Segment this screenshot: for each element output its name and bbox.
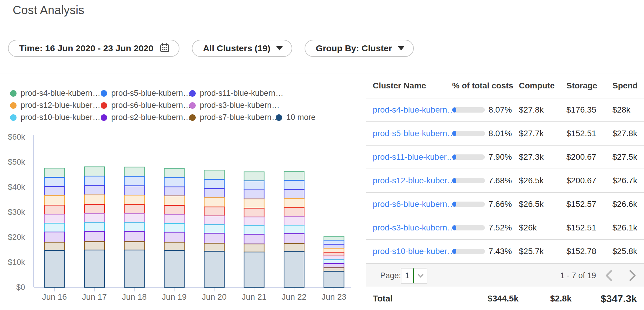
bar-segment[interactable] (284, 234, 304, 243)
bar-segment[interactable] (324, 252, 344, 256)
cluster-name-link[interactable]: prod-s6-blue-kubern… (373, 199, 455, 209)
bar-segment[interactable] (124, 195, 144, 205)
cluster-name-link[interactable]: prod-s10-blue-kuber… (373, 247, 455, 256)
bar-segment[interactable] (164, 205, 184, 215)
bar-segment[interactable] (284, 171, 304, 180)
bar-segment[interactable] (244, 181, 264, 190)
bar-segment[interactable] (45, 214, 65, 223)
bar-segment[interactable] (244, 172, 264, 181)
bar-segment[interactable] (84, 214, 104, 223)
cluster-name-link[interactable]: prod-s5-blue-kubern… (373, 129, 455, 138)
bar-segment[interactable] (244, 199, 264, 208)
bar-segment[interactable] (124, 186, 144, 195)
legend-item[interactable]: prod-s10-blue-kuber… (10, 111, 100, 123)
bar-segment[interactable] (324, 256, 344, 260)
bar-segment[interactable] (244, 252, 264, 287)
cluster-name-link[interactable]: prod-s12-blue-kuber… (373, 176, 455, 185)
bar-segment[interactable] (124, 250, 144, 287)
bar-segment[interactable] (124, 223, 144, 232)
bar-segment[interactable] (84, 176, 104, 186)
bar-segment[interactable] (164, 215, 184, 224)
bar-segment[interactable] (284, 198, 304, 207)
bar-segment[interactable] (84, 242, 104, 250)
bar-segment[interactable] (244, 190, 264, 199)
bar-segment[interactable] (45, 232, 65, 242)
legend-item[interactable]: prod-s5-blue-kubern… (101, 87, 191, 99)
bar-segment[interactable] (284, 251, 304, 287)
bar-segment[interactable] (45, 250, 65, 287)
bar-segment[interactable] (45, 205, 65, 214)
bar-segment[interactable] (284, 216, 304, 225)
bar-segment[interactable] (204, 216, 224, 225)
bar-segment[interactable] (244, 208, 264, 217)
bar-segment[interactable] (204, 251, 224, 287)
bar-segment[interactable] (45, 196, 65, 205)
bar-segment[interactable] (124, 176, 144, 186)
legend-item[interactable]: prod-s7-blue-kubern… (189, 111, 279, 123)
cluster-name-link[interactable]: prod-s11-blue-kuber… (373, 152, 455, 162)
bar-segment[interactable] (84, 186, 104, 195)
bar-segment[interactable] (284, 208, 304, 217)
bar-segment[interactable] (324, 236, 344, 240)
bar-segment[interactable] (324, 248, 344, 252)
bar-segment[interactable] (164, 196, 184, 205)
bar-segment[interactable] (164, 187, 184, 196)
bar-segment[interactable] (244, 226, 264, 234)
bar-segment[interactable] (124, 214, 144, 223)
bar-segment[interactable] (204, 233, 224, 243)
bar-segment[interactable] (204, 189, 224, 198)
bar-segment[interactable] (244, 244, 264, 252)
time-range-filter[interactable]: Time: 16 Jun 2020 - 23 Jun 2020 (8, 40, 179, 57)
bar-segment[interactable] (324, 244, 344, 248)
legend-item[interactable]: prod-s12-blue-kuber… (10, 99, 100, 111)
bar-segment[interactable] (204, 198, 224, 207)
bar-segment[interactable] (324, 263, 344, 268)
bar-segment[interactable] (164, 232, 184, 242)
bar-segment[interactable] (84, 223, 104, 232)
next-page-button[interactable] (626, 269, 639, 282)
bar-segment[interactable] (84, 195, 104, 204)
bar-segment[interactable] (45, 177, 65, 187)
clusters-filter-dropdown[interactable]: All Clusters (19) (192, 40, 292, 57)
cluster-name-link[interactable]: prod-s3-blue-kubern… (373, 223, 455, 233)
bar-segment[interactable] (164, 242, 184, 250)
bar-segment[interactable] (84, 231, 104, 242)
cluster-name-link[interactable]: prod-s4-blue-kubern… (373, 105, 455, 115)
bar-segment[interactable] (244, 217, 264, 226)
legend-item[interactable]: prod-s3-blue-kubern… (189, 99, 279, 111)
bar-segment[interactable] (45, 168, 65, 177)
bar-segment[interactable] (204, 170, 224, 179)
bar-segment[interactable] (204, 225, 224, 233)
bar-segment[interactable] (45, 187, 65, 196)
bar-segment[interactable] (164, 168, 184, 177)
bar-segment[interactable] (124, 231, 144, 242)
bar-segment[interactable] (204, 179, 224, 189)
bar-segment[interactable] (244, 234, 264, 244)
legend-item[interactable]: prod-s2-blue-kubern… (101, 111, 191, 123)
bar-segment[interactable] (124, 205, 144, 214)
bar-segment[interactable] (284, 189, 304, 199)
group-by-dropdown[interactable]: Group By: Cluster (305, 40, 414, 57)
bar-segment[interactable] (164, 250, 184, 287)
bar-segment[interactable] (84, 167, 104, 176)
bar-segment[interactable] (164, 223, 184, 232)
legend-item[interactable]: prod-s11-blue-kubern… (189, 87, 283, 99)
prev-page-button[interactable] (602, 269, 615, 282)
legend-item[interactable]: prod-s6-blue-kubern… (101, 99, 191, 111)
bar-segment[interactable] (45, 223, 65, 232)
bar-segment[interactable] (45, 242, 65, 250)
bar-segment[interactable] (284, 225, 304, 234)
legend-item[interactable]: prod-s4-blue-kubern… (10, 87, 100, 99)
bar-segment[interactable] (204, 243, 224, 251)
bar-segment[interactable] (84, 250, 104, 287)
page-select[interactable]: 1 (401, 268, 427, 283)
bar-segment[interactable] (204, 207, 224, 216)
bar-segment[interactable] (284, 243, 304, 251)
bar-segment[interactable] (284, 180, 304, 189)
bar-segment[interactable] (164, 178, 184, 187)
bar-segment[interactable] (84, 205, 104, 214)
bar-segment[interactable] (324, 240, 344, 244)
bar-segment[interactable] (324, 260, 344, 264)
legend-item[interactable]: 10 more (276, 111, 316, 123)
bar-segment[interactable] (124, 242, 144, 250)
